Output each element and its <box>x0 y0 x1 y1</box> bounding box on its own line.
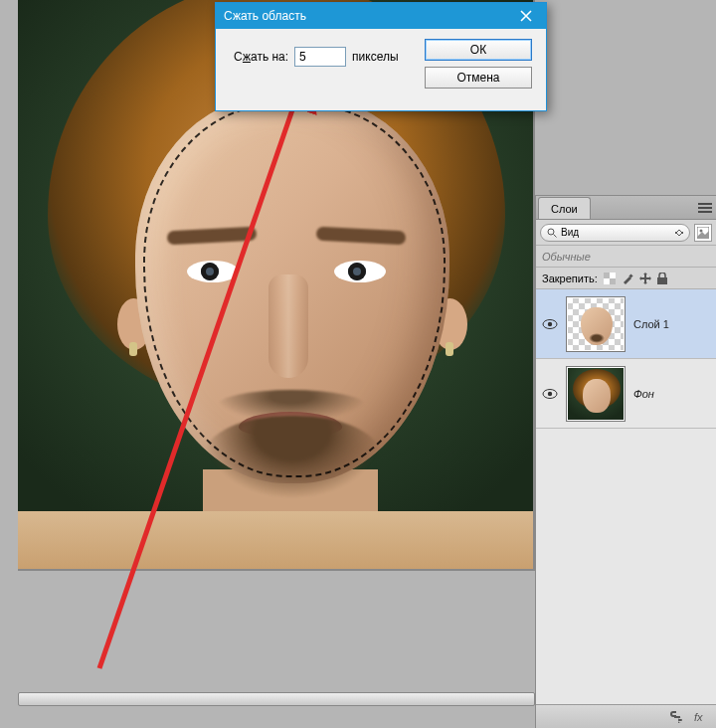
checker-icon <box>604 273 616 284</box>
thumbnail-face-icon <box>583 379 611 413</box>
layer-filter-kind-select[interactable]: Вид <box>540 224 690 242</box>
contract-units-label: пикселы <box>352 50 399 64</box>
svg-line-2 <box>554 234 557 237</box>
link-icon <box>670 711 684 723</box>
horizontal-scrollbar[interactable] <box>18 692 535 706</box>
contract-amount-input[interactable] <box>294 47 346 67</box>
menu-icon <box>698 202 712 214</box>
dialog-title: Сжать область <box>224 9 306 23</box>
layer-thumbnail[interactable] <box>566 366 626 422</box>
dialog-close-button[interactable] <box>506 3 546 29</box>
fx-icon: fx <box>694 711 710 723</box>
eye-icon <box>542 388 558 400</box>
close-icon <box>520 10 532 22</box>
chevron-down-icon <box>675 229 683 237</box>
svg-rect-14 <box>674 716 680 718</box>
lock-pixels-button[interactable] <box>622 273 633 284</box>
lock-all-button[interactable] <box>657 273 667 284</box>
lock-transparency-button[interactable] <box>604 273 616 284</box>
ok-button[interactable]: ОК <box>425 39 532 61</box>
lock-row: Закрепить: <box>536 268 716 289</box>
layer-name[interactable]: Слой 1 <box>633 318 669 330</box>
layer-name[interactable]: Фон <box>633 388 654 400</box>
svg-point-11 <box>548 321 552 325</box>
move-icon <box>639 273 651 284</box>
svg-rect-7 <box>610 278 616 284</box>
svg-point-13 <box>548 391 552 395</box>
panel-menu-button[interactable] <box>694 197 716 219</box>
blend-mode-label: Обычные <box>542 251 591 263</box>
eye-right <box>334 261 386 282</box>
tab-layers[interactable]: Слои <box>538 197 591 219</box>
dialog-body: Сжать на: пикселы ОК Отмена <box>216 29 546 112</box>
svg-rect-6 <box>604 273 610 278</box>
layer-row[interactable]: Фон <box>536 359 716 429</box>
svg-point-1 <box>548 229 554 235</box>
panel-tab-bar: Слои <box>536 196 716 220</box>
chest-shape <box>18 511 533 569</box>
filter-pixel-button[interactable] <box>694 224 712 242</box>
contract-label: Сжать на: <box>234 50 288 64</box>
blend-mode-select[interactable]: Обычные <box>536 246 716 268</box>
panel-footer: fx <box>536 704 716 728</box>
link-layers-button[interactable] <box>670 711 684 723</box>
svg-text:fx: fx <box>694 711 703 723</box>
beard-shape <box>205 416 380 497</box>
svg-rect-9 <box>657 277 667 284</box>
lock-icon <box>657 273 667 284</box>
layer-filter-kind-label: Вид <box>561 227 579 238</box>
nose-shape <box>268 274 308 378</box>
dialog-titlebar[interactable]: Сжать область <box>216 3 546 29</box>
contract-selection-dialog: Сжать область Сжать на: пикселы ОК Отмен… <box>215 2 547 111</box>
eye-left <box>187 261 239 282</box>
layers-list: Слой 1 Фон <box>536 289 716 704</box>
thumbnail-face-icon <box>581 307 613 345</box>
layer-row[interactable]: Слой 1 <box>536 289 716 359</box>
layer-filter-row: Вид <box>536 220 716 246</box>
lock-label: Закрепить: <box>542 273 598 284</box>
cancel-button[interactable]: Отмена <box>425 67 532 89</box>
fx-button[interactable]: fx <box>694 711 710 723</box>
layer-visibility-toggle[interactable] <box>542 316 558 332</box>
brush-icon <box>622 273 633 284</box>
image-icon <box>697 227 709 239</box>
lock-position-button[interactable] <box>639 273 651 284</box>
layers-panel: Слои Вид Обычные Закрепить: <box>535 195 716 728</box>
layer-thumbnail[interactable] <box>566 296 626 352</box>
search-icon <box>547 228 557 238</box>
eye-icon <box>542 318 558 330</box>
contract-by-row: Сжать на: пикселы <box>234 47 399 67</box>
layer-visibility-toggle[interactable] <box>542 386 558 402</box>
